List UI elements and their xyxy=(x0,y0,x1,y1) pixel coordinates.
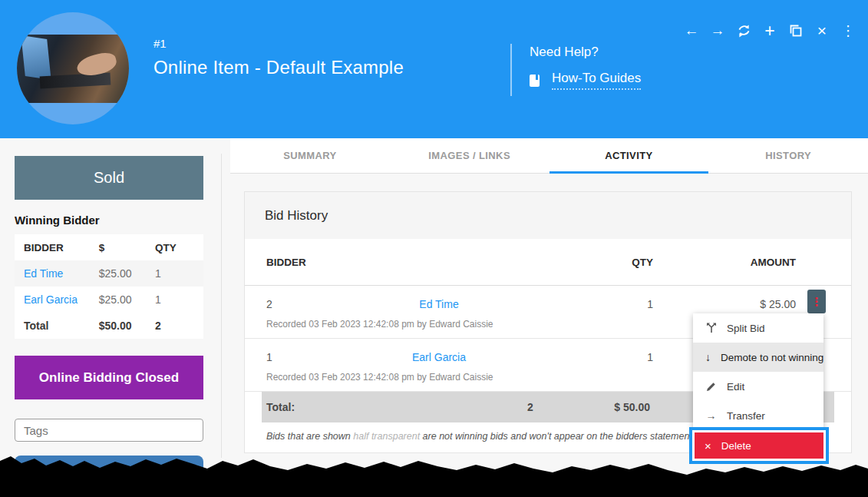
bid-qty: 1 xyxy=(566,298,658,310)
page-title: Online Item - Default Example xyxy=(153,57,404,78)
forward-icon[interactable]: → xyxy=(708,20,727,41)
menu-item-delete[interactable]: × Delete xyxy=(695,432,823,459)
winning-table-header: BIDDER $ QTY xyxy=(15,234,203,260)
bid-amount: $ 25.00 xyxy=(658,298,796,310)
sidebar-divider xyxy=(221,154,222,458)
bidder-link[interactable]: Ed Time xyxy=(24,267,63,280)
how-to-guides-link[interactable]: How-To Guides xyxy=(552,71,641,90)
table-row: Ed Time $25.00 1 xyxy=(15,260,203,287)
more-options-icon[interactable]: ⋮ xyxy=(839,20,857,41)
delete-highlight-annotation: × Delete xyxy=(689,427,829,464)
book-icon xyxy=(530,75,540,87)
bidder-link[interactable]: Ed Time xyxy=(419,298,458,310)
edit-icon xyxy=(705,382,717,392)
winning-bidder-table: BIDDER $ QTY Ed Time $25.00 1 Earl Garci… xyxy=(15,234,203,339)
bid-context-menu: Split Bid ↓ Demote to not winning Edit →… xyxy=(693,313,823,430)
laptop-photo xyxy=(17,35,129,103)
tags-input[interactable] xyxy=(15,419,203,442)
demote-icon: ↓ xyxy=(705,351,711,363)
item-sidebar: Sold Winning Bidder BIDDER $ QTY Ed Time… xyxy=(15,156,203,497)
window-toolbar: ← → + × ⋮ xyxy=(682,20,857,41)
bid-row-menu-button[interactable]: ⋮ xyxy=(807,290,826,313)
menu-item-transfer[interactable]: → Transfer xyxy=(693,401,823,430)
auction-item-screen: #1 Online Item - Default Example Need He… xyxy=(0,0,868,497)
item-tabs: SUMMARY IMAGES / LINKS ACTIVITY HISTORY xyxy=(230,138,868,174)
menu-item-edit[interactable]: Edit xyxy=(693,372,823,401)
tab-images-links[interactable]: IMAGES / LINKS xyxy=(390,138,550,173)
split-icon xyxy=(705,323,717,333)
tab-activity[interactable]: ACTIVITY xyxy=(550,138,709,173)
add-icon[interactable]: + xyxy=(761,20,779,41)
table-total-row: Total $50.00 2 xyxy=(15,313,203,339)
winning-bidder-heading: Winning Bidder xyxy=(15,214,203,227)
transfer-icon: → xyxy=(705,409,717,422)
menu-item-split-bid[interactable]: Split Bid xyxy=(693,313,823,343)
status-badge: Sold xyxy=(15,156,203,200)
record-bid-sale-button[interactable]: $ Record Bid/Sale xyxy=(15,456,203,497)
item-header: #1 Online Item - Default Example Need He… xyxy=(0,0,868,138)
bid-history-header: BIDDER QTY AMOUNT xyxy=(245,239,851,286)
tab-summary[interactable]: SUMMARY xyxy=(230,138,390,173)
refresh-icon[interactable] xyxy=(734,20,753,41)
need-help-heading: Need Help? xyxy=(530,45,599,60)
tab-history[interactable]: HISTORY xyxy=(708,138,868,173)
bid-history-title: Bid History xyxy=(245,192,851,239)
online-bidding-closed-button[interactable]: Online Bidding Closed xyxy=(15,356,203,399)
back-icon[interactable]: ← xyxy=(682,20,701,41)
help-divider xyxy=(510,44,512,96)
item-number: #1 xyxy=(153,37,404,50)
delete-x-icon: × xyxy=(705,439,711,452)
duplicate-icon[interactable] xyxy=(787,20,805,41)
close-icon[interactable]: × xyxy=(813,20,831,41)
banknote-icon: $ xyxy=(51,471,64,482)
table-row: Earl Garcia $25.00 1 xyxy=(15,287,203,313)
bidder-link[interactable]: Earl Garcia xyxy=(412,351,466,363)
bidder-number: 2 xyxy=(266,298,312,310)
menu-item-demote[interactable]: ↓ Demote to not winning xyxy=(693,343,823,372)
item-photo-avatar[interactable] xyxy=(17,12,129,124)
bidder-link[interactable]: Earl Garcia xyxy=(24,293,78,306)
bid-qty: 1 xyxy=(566,351,658,363)
bidder-number: 1 xyxy=(266,351,312,363)
